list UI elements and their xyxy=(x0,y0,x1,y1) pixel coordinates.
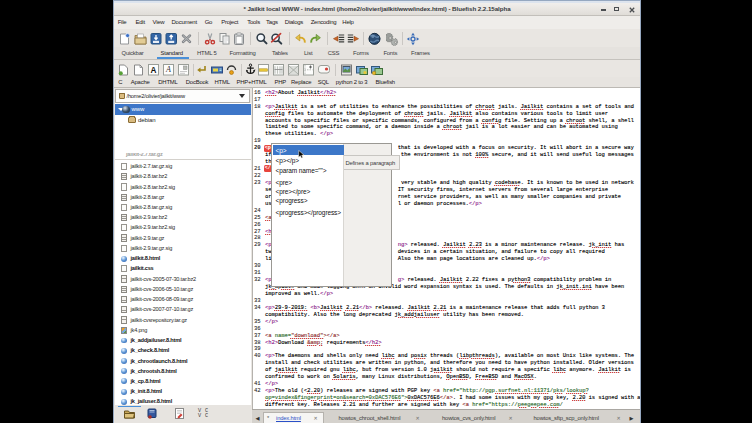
svg-text:A: A xyxy=(165,65,171,74)
svg-text:A: A xyxy=(150,65,156,74)
